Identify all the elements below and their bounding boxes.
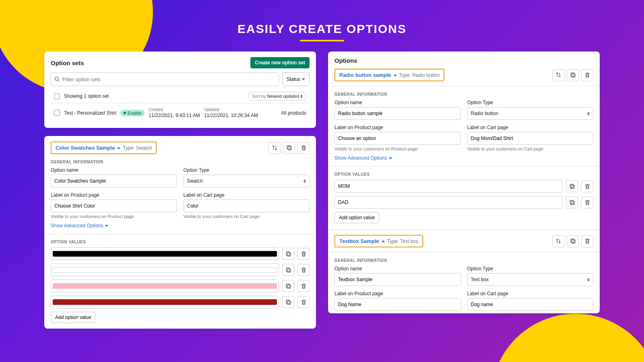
sort-button[interactable]: Sort by Newest updated bbox=[248, 92, 306, 101]
create-option-set-button[interactable]: Create new option set bbox=[250, 57, 310, 68]
svg-rect-14 bbox=[571, 185, 574, 188]
delete-button[interactable] bbox=[581, 69, 593, 81]
option-type-label: Option Type bbox=[467, 100, 594, 105]
swatches-pill[interactable]: Color Swatches Sample Type: Swatch bbox=[51, 142, 157, 154]
duplicate-value-button[interactable] bbox=[282, 248, 294, 260]
option-name-input[interactable] bbox=[334, 107, 461, 120]
delete-value-button[interactable] bbox=[297, 264, 310, 276]
option-type-select[interactable]: Swatch bbox=[184, 175, 310, 187]
trash-icon bbox=[301, 251, 307, 257]
copy-icon bbox=[569, 200, 575, 206]
chevron-up-icon bbox=[394, 74, 397, 76]
option-sets-card: Option sets Create new option set Status… bbox=[44, 51, 316, 128]
reorder-button[interactable] bbox=[552, 69, 564, 81]
duplicate-value-button[interactable] bbox=[282, 280, 294, 292]
select-icon bbox=[587, 112, 590, 115]
label-product-label: Label on Product page bbox=[334, 125, 461, 130]
divider bbox=[328, 252, 600, 253]
sort-icon bbox=[300, 95, 303, 98]
option-set-row[interactable]: Test - Personalized Shirt Enable Created… bbox=[51, 103, 310, 122]
option-value-input[interactable] bbox=[334, 196, 563, 209]
option-name-input[interactable] bbox=[51, 175, 177, 187]
duplicate-button[interactable] bbox=[567, 69, 579, 81]
select-icon bbox=[587, 278, 590, 282]
select-all-checkbox[interactable] bbox=[54, 93, 60, 99]
trash-icon bbox=[584, 238, 590, 244]
option-value-row bbox=[334, 180, 593, 193]
label-product-label: Label on Product page bbox=[51, 192, 177, 198]
label-cart-input[interactable] bbox=[184, 200, 310, 212]
add-option-value-button[interactable]: Add option value bbox=[334, 212, 379, 223]
duplicate-value-button[interactable] bbox=[566, 196, 578, 208]
swatch-value-input[interactable] bbox=[51, 263, 279, 276]
swatch-value-input[interactable] bbox=[51, 280, 279, 292]
option-type-label: Option Type bbox=[184, 167, 310, 173]
search-input[interactable] bbox=[62, 76, 275, 82]
option-type-label: Option Type bbox=[467, 266, 594, 272]
created-label: Created bbox=[149, 107, 200, 112]
label-cart-input[interactable] bbox=[467, 132, 594, 145]
svg-rect-18 bbox=[572, 240, 575, 243]
svg-rect-19 bbox=[571, 239, 574, 242]
svg-rect-13 bbox=[571, 73, 574, 76]
label-product-input[interactable] bbox=[334, 298, 461, 311]
swatch-value-input[interactable] bbox=[51, 247, 279, 260]
delete-value-button[interactable] bbox=[297, 296, 310, 308]
showing-count: Showing 1 option set bbox=[64, 93, 109, 99]
svg-line-1 bbox=[58, 80, 60, 82]
duplicate-value-button[interactable] bbox=[282, 296, 294, 308]
trash-icon bbox=[301, 299, 307, 305]
option-sets-title: Option sets bbox=[51, 60, 84, 66]
delete-value-button[interactable] bbox=[297, 280, 310, 292]
option-type-select[interactable]: Radio button bbox=[467, 107, 594, 120]
delete-value-button[interactable] bbox=[581, 196, 593, 208]
swatch-value-input[interactable] bbox=[51, 296, 279, 309]
divider bbox=[44, 234, 316, 234]
label-product-input[interactable] bbox=[334, 132, 461, 145]
duplicate-button[interactable] bbox=[283, 142, 295, 154]
option-name-label: Option name bbox=[334, 100, 461, 105]
copy-icon bbox=[570, 238, 576, 244]
reorder-button[interactable] bbox=[552, 235, 564, 247]
delete-button[interactable] bbox=[581, 235, 593, 247]
trash-icon bbox=[584, 183, 590, 189]
option-name-input[interactable] bbox=[334, 273, 461, 286]
search-input-wrap[interactable] bbox=[51, 72, 279, 86]
trash-icon bbox=[584, 200, 590, 206]
divider bbox=[328, 86, 600, 86]
label-product-input[interactable] bbox=[51, 200, 177, 212]
delete-value-button[interactable] bbox=[581, 180, 593, 192]
duplicate-value-button[interactable] bbox=[566, 180, 578, 192]
svg-rect-10 bbox=[287, 301, 290, 304]
copy-icon bbox=[285, 267, 291, 273]
svg-rect-17 bbox=[570, 200, 573, 204]
help-product: Visible to your customers on Product pag… bbox=[51, 214, 177, 219]
add-option-value-button[interactable]: Add option value bbox=[51, 312, 95, 323]
copy-icon bbox=[285, 299, 291, 305]
label-cart-label: Label on Cart page bbox=[467, 125, 594, 130]
advanced-options-link[interactable]: Show Advanced Options bbox=[334, 155, 392, 161]
option-name-label: Option name bbox=[334, 266, 461, 272]
duplicate-value-button[interactable] bbox=[282, 264, 294, 276]
copy-icon bbox=[570, 72, 576, 78]
label-cart-input[interactable] bbox=[467, 298, 594, 311]
svg-rect-15 bbox=[570, 184, 573, 187]
copy-icon bbox=[285, 283, 291, 289]
delete-value-button[interactable] bbox=[297, 248, 310, 260]
svg-rect-8 bbox=[287, 285, 290, 288]
options-title: Options bbox=[334, 57, 593, 64]
sort-icon bbox=[272, 145, 278, 151]
row-checkbox[interactable] bbox=[54, 110, 60, 116]
delete-button[interactable] bbox=[297, 142, 310, 154]
option-name-label: Option name bbox=[51, 167, 177, 173]
textbox-pill[interactable]: Textbox Sample Type: Text box bbox=[334, 235, 423, 247]
row-scope: All products bbox=[281, 110, 306, 116]
duplicate-button[interactable] bbox=[567, 235, 579, 247]
status-filter-button[interactable]: Status bbox=[282, 72, 310, 86]
general-info-label: GENERAL INFORMATION bbox=[334, 258, 593, 263]
reorder-button[interactable] bbox=[268, 142, 281, 154]
advanced-options-link[interactable]: Show Advanced Options bbox=[51, 223, 108, 228]
radio-pill[interactable]: Radio button sample Type: Radio button bbox=[334, 69, 444, 81]
option-value-input[interactable] bbox=[334, 180, 563, 193]
option-type-select[interactable]: Text box bbox=[467, 273, 594, 286]
